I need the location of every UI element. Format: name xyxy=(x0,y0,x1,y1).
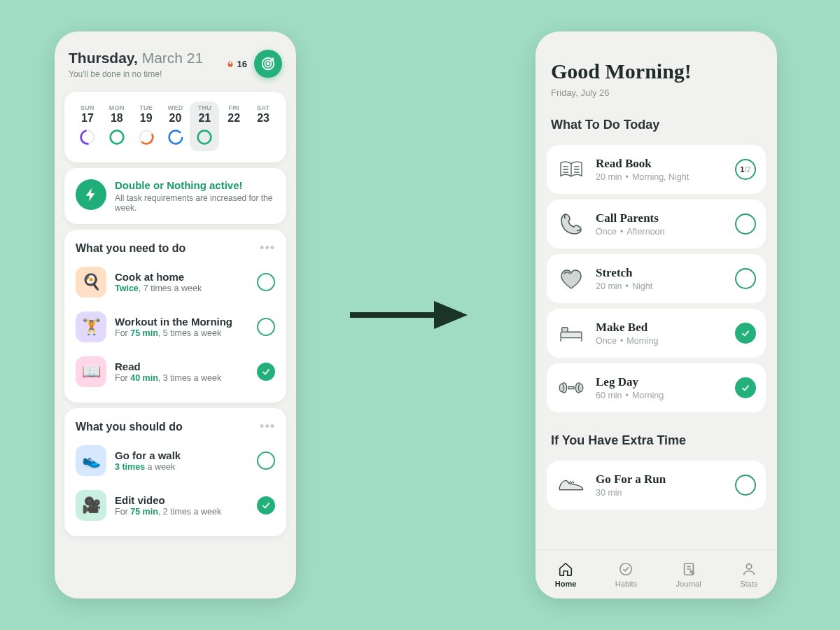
home-icon xyxy=(558,561,573,578)
day-cell[interactable]: FRI 22 xyxy=(219,102,248,151)
header: Thursday, March 21 You'll be done in no … xyxy=(55,31,296,86)
need-card: What you need to do ••• 🍳 Cook at home T… xyxy=(64,230,286,402)
check-circle[interactable] xyxy=(257,451,275,470)
day-number: 17 xyxy=(73,112,102,125)
task-row[interactable]: 📖 Read For 40 min, 3 times a week xyxy=(64,349,286,394)
habit-meta: 20 min•Night xyxy=(596,281,725,291)
tab-label: Home xyxy=(555,580,577,588)
day-number: 20 xyxy=(161,112,190,125)
habit-name: Leg Day xyxy=(596,375,725,389)
book-icon xyxy=(556,155,586,184)
habit-card[interactable]: Stretch 20 min•Night xyxy=(547,254,766,303)
habit-card[interactable]: Read Book 20 min•Morning, Night 1/2 xyxy=(547,145,766,194)
svg-point-17 xyxy=(578,384,582,391)
svg-point-5 xyxy=(110,131,123,144)
phone-icon xyxy=(556,209,586,239)
check-circle[interactable] xyxy=(735,214,756,234)
target-button[interactable] xyxy=(254,50,282,78)
task-name: Edit video xyxy=(115,494,248,506)
should-card: What you should do ••• 👟 Go for a walk 3… xyxy=(64,408,286,536)
subtitle: You'll be done in no time! xyxy=(69,69,203,79)
shoe-icon xyxy=(556,470,586,500)
need-title: What you need to do xyxy=(76,242,186,255)
week-card: SUN 17 MON 18 TUE 19 WED 20 THU 21 FRI 2… xyxy=(64,92,286,162)
task-meta: For 75 min, 2 times a week xyxy=(115,507,248,517)
svg-point-8 xyxy=(169,131,182,144)
day-abbrev: SAT xyxy=(248,104,278,111)
heart-icon xyxy=(556,264,586,293)
date-line: Thursday, March 21 xyxy=(69,50,203,66)
svg-point-9 xyxy=(198,131,211,144)
tab-habits[interactable]: Habits xyxy=(615,561,637,588)
day-abbrev: FRI xyxy=(219,104,248,111)
bed-icon xyxy=(556,318,586,348)
task-meta: For 40 min, 3 times a week xyxy=(115,373,248,383)
more-icon[interactable]: ••• xyxy=(260,241,275,255)
habit-name: Go For a Run xyxy=(596,472,725,486)
day-cell[interactable]: SAT 23 xyxy=(248,102,278,151)
check-circle[interactable] xyxy=(257,273,275,291)
tab-home[interactable]: Home xyxy=(555,561,577,588)
check-circle[interactable] xyxy=(257,318,275,336)
habit-meta: 60 min•Morning xyxy=(596,391,725,400)
svg-point-4 xyxy=(80,130,95,145)
header: Good Morning! Friday, July 26 xyxy=(536,31,777,102)
right-phone: Good Morning! Friday, July 26 What To Do… xyxy=(536,31,777,598)
day-cell[interactable]: MON 18 xyxy=(102,102,132,151)
habit-meta: Once•Morning xyxy=(596,336,725,346)
task-row[interactable]: 👟 Go for a walk 3 times a week xyxy=(64,438,286,483)
svg-rect-11 xyxy=(561,332,582,337)
progress-circle[interactable]: 1/2 xyxy=(735,159,756,180)
streak-value: 16 xyxy=(237,59,247,69)
habit-name: Make Bed xyxy=(596,321,725,335)
svg-point-18 xyxy=(620,563,632,575)
habit-card[interactable]: Call Parents Once•Afternoon xyxy=(547,200,766,248)
streak-counter[interactable]: 16 xyxy=(226,59,247,69)
check-circle[interactable] xyxy=(735,268,756,289)
greeting: Good Morning! xyxy=(551,59,762,83)
check-circle[interactable] xyxy=(735,323,756,344)
day-abbrev: TUE xyxy=(132,104,161,111)
tab-bar: Home Habits Journal Stats xyxy=(536,550,777,598)
check-circle[interactable] xyxy=(257,363,275,381)
dumbbell-icon xyxy=(556,373,586,402)
habit-meta: 30 min xyxy=(596,488,725,498)
tab-journal[interactable]: Journal xyxy=(676,561,701,588)
habit-card[interactable]: Make Bed Once•Morning xyxy=(547,309,766,358)
habits-icon xyxy=(618,561,634,578)
check-circle[interactable] xyxy=(257,496,275,514)
task-name: Cook at home xyxy=(115,271,248,283)
day-cell[interactable]: THU 21 xyxy=(190,102,219,151)
day-number: 21 xyxy=(190,112,219,125)
day-cell[interactable]: WED 20 xyxy=(161,102,190,151)
banner-sub: All task requirements are increased for … xyxy=(115,193,275,213)
tab-stats[interactable]: Stats xyxy=(740,561,757,588)
target-icon xyxy=(260,56,276,71)
check-circle[interactable] xyxy=(735,475,756,496)
task-row[interactable]: 🏋️ Workout in the Morning For 75 min, 5 … xyxy=(64,304,286,349)
flame-icon xyxy=(226,59,234,68)
banner-card[interactable]: Double or Nothing active! All task requi… xyxy=(64,168,286,224)
habit-meta: Once•Afternoon xyxy=(596,227,725,237)
svg-point-15 xyxy=(559,384,564,391)
day-cell[interactable]: TUE 19 xyxy=(132,102,161,151)
stats-icon xyxy=(741,561,757,578)
should-title: What you should do xyxy=(76,421,183,433)
task-meta: Twice, 7 times a week xyxy=(115,284,248,293)
habit-card[interactable]: Leg Day 60 min•Morning xyxy=(547,363,766,412)
day-cell[interactable]: SUN 17 xyxy=(73,102,102,151)
habit-card[interactable]: Go For a Run 30 min xyxy=(547,461,766,510)
tab-label: Stats xyxy=(740,580,757,588)
task-meta: 3 times a week xyxy=(115,462,248,472)
day-number: 23 xyxy=(248,112,278,125)
task-row[interactable]: 🎥 Edit video For 75 min, 2 times a week xyxy=(64,483,286,528)
today-title: What To Do Today xyxy=(536,102,777,139)
task-name: Workout in the Morning xyxy=(115,316,248,328)
more-icon[interactable]: ••• xyxy=(260,419,275,434)
habit-name: Stretch xyxy=(596,266,725,280)
svg-point-2 xyxy=(267,63,270,65)
check-circle[interactable] xyxy=(735,377,756,398)
task-row[interactable]: 🍳 Cook at home Twice, 7 times a week xyxy=(64,260,286,304)
day-number: 19 xyxy=(132,112,161,125)
day-abbrev: SUN xyxy=(73,104,102,111)
